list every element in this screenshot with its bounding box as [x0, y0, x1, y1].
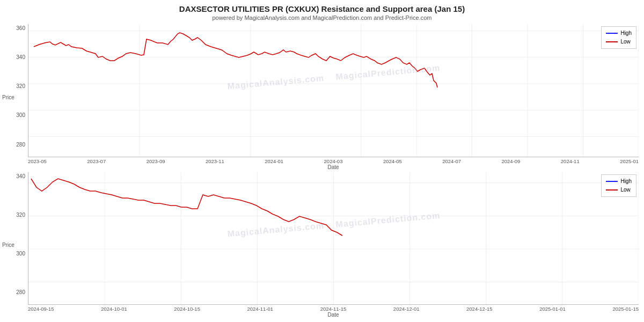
top-x-tick-8: 2024-07 — [442, 158, 461, 164]
top-legend-low: Low — [606, 38, 632, 46]
bottom-y-tick-2: 320 — [16, 212, 25, 218]
top-plot-area: MagicalAnalysis.com MagicalPrediction.co… — [28, 24, 639, 157]
top-y-label: Price — [2, 94, 14, 100]
bottom-low-line-icon — [606, 189, 618, 191]
bottom-legend: High Low — [601, 174, 636, 197]
bottom-x-axis: 2024-09-15 2024-10-01 2024-10-15 2024-11… — [28, 305, 639, 312]
main-title: DAXSECTOR UTILITIES PR (CXKUX) Resistanc… — [0, 4, 644, 13]
bottom-high-line-icon — [606, 181, 618, 182]
top-x-title: Date — [28, 164, 639, 170]
top-low-line — [34, 33, 437, 87]
top-x-tick-9: 2024-09 — [502, 158, 521, 164]
top-low-line-icon — [606, 41, 618, 42]
bottom-x-tick-9: 2025-01-15 — [612, 306, 639, 312]
bottom-y-label: Price — [2, 242, 14, 248]
bottom-legend-low: Low — [606, 186, 632, 194]
top-y-tick-4: 300 — [16, 112, 25, 118]
bottom-x-tick-7: 2024-12-15 — [466, 306, 493, 312]
top-y-tick-2: 340 — [16, 54, 25, 60]
bottom-low-label: Low — [620, 186, 630, 194]
bottom-low-line — [31, 179, 342, 236]
top-grid-svg — [28, 24, 639, 157]
bottom-x-tick-1: 2024-09-15 — [28, 306, 54, 312]
top-chart-panel: Price 360 340 320 300 280 — [5, 24, 639, 170]
top-y-tick-3: 320 — [16, 83, 25, 89]
bottom-x-tick-8: 2025-01-01 — [539, 306, 566, 312]
bottom-chart-area: Price 340 320 300 280 — [5, 172, 639, 318]
charts-wrapper: Price 360 340 320 300 280 — [0, 22, 644, 322]
bottom-y-tick-4: 280 — [16, 289, 25, 295]
top-low-label: Low — [620, 38, 630, 46]
subtitle: powered by MagicalAnalysis.com and Magic… — [0, 14, 644, 21]
bottom-x-tick-4: 2024-11-01 — [247, 306, 274, 312]
top-chart-area: Price 360 340 320 300 280 — [5, 24, 639, 170]
top-high-line-icon — [606, 33, 618, 34]
top-x-tick-2: 2023-07 — [87, 158, 106, 164]
bottom-grid-svg — [28, 172, 639, 305]
top-x-tick-3: 2023-09 — [147, 158, 165, 164]
top-x-tick-1: 2023-05 — [28, 158, 47, 164]
top-x-tick-6: 2024-03 — [324, 158, 343, 164]
top-x-tick-11: 2025-01 — [620, 158, 639, 164]
top-x-axis: 2023-05 2023-07 2023-09 2023-11 2024-01 … — [28, 157, 639, 164]
bottom-y-tick-1: 340 — [16, 173, 25, 179]
bottom-x-tick-6: 2024-12-01 — [393, 306, 420, 312]
bottom-y-tick-3: 300 — [16, 251, 25, 257]
top-legend-high: High — [606, 29, 632, 38]
top-legend: High Low — [601, 26, 636, 49]
bottom-high-label: High — [620, 177, 632, 186]
bottom-plot-area: MagicalAnalysis.com MagicalPrediction.co… — [28, 172, 639, 305]
page-header: DAXSECTOR UTILITIES PR (CXKUX) Resistanc… — [0, 0, 644, 22]
top-y-tick-1: 360 — [16, 25, 25, 31]
top-high-label: High — [620, 29, 632, 38]
bottom-chart-panel: Price 340 320 300 280 — [5, 172, 639, 318]
top-x-tick-5: 2024-01 — [265, 158, 283, 164]
bottom-x-tick-5: 2024-11-15 — [320, 306, 347, 312]
top-x-tick-7: 2024-05 — [383, 158, 402, 164]
page-container: DAXSECTOR UTILITIES PR (CXKUX) Resistanc… — [0, 0, 644, 322]
bottom-legend-high: High — [606, 177, 632, 186]
top-x-tick-4: 2023-11 — [206, 158, 224, 164]
top-y-tick-5: 280 — [16, 142, 25, 148]
top-x-tick-10: 2024-11 — [561, 158, 580, 164]
bottom-x-tick-2: 2024-10-01 — [101, 306, 127, 312]
bottom-x-title: Date — [28, 312, 639, 318]
bottom-x-tick-3: 2024-10-15 — [174, 306, 200, 312]
